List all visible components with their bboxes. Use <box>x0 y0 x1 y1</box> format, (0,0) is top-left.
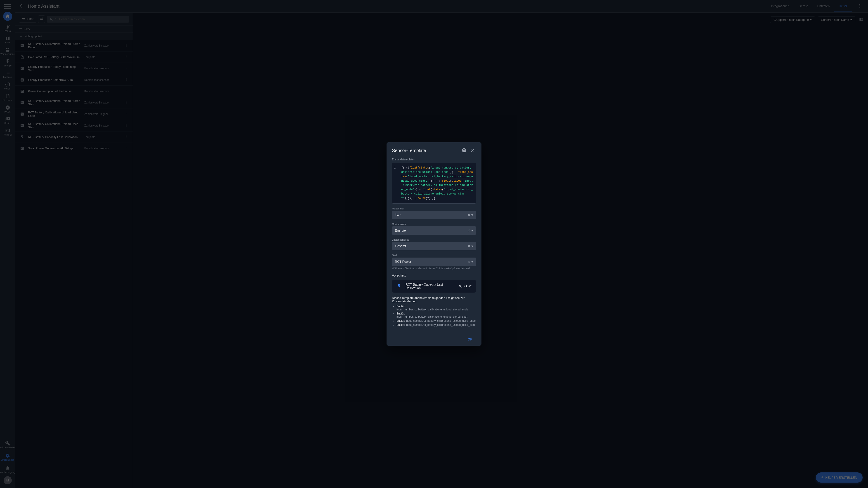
geraeteklasse-label: Geräteklasse <box>392 223 476 225</box>
geraeteklasse-clear-button[interactable]: ✕ <box>467 228 470 233</box>
modal-overlay: Sensor-Template Zustandstemplate* 1 {{ (… <box>0 0 868 488</box>
preview-entity-name: RCT Battery Capacity Last Calibration <box>405 283 456 290</box>
geraet-hint: Wähle ein Gerät aus, das mit dieser Enti… <box>392 267 476 270</box>
geraet-field: Gerät RCT Power ✕ ▾ Wähle ein Gerät aus,… <box>392 254 476 270</box>
help-button[interactable] <box>461 147 467 154</box>
zustandsklasse-field: Zustandsklasse Gesamt ✕ ▾ <box>392 238 476 250</box>
geraeteklasse-select[interactable]: Energie ✕ ▾ <box>392 226 476 235</box>
event-value-1: input_number.rct_battery_calibratione_un… <box>397 315 467 318</box>
line-numbers: 1 <box>392 163 397 173</box>
event-label-2: Entität <box>397 319 404 322</box>
event-item: Entität: input_number.rct_battery_calibr… <box>397 312 476 318</box>
geraeteklasse-actions: ✕ ▾ <box>467 228 473 233</box>
masseinheit-value: kWh <box>395 213 467 217</box>
modal-footer: OK <box>386 333 482 346</box>
preview-section: Vorschau: RCT Battery Capacity Last Cali… <box>392 273 476 293</box>
geraet-arrow-icon[interactable]: ▾ <box>471 260 473 264</box>
zustandstemplate-label: Zustandstemplate* <box>392 158 476 161</box>
zustandsklasse-select[interactable]: Gesamt ✕ ▾ <box>392 242 476 250</box>
masseinheit-arrow-icon[interactable]: ▾ <box>471 213 473 217</box>
zustandsklasse-clear-button[interactable]: ✕ <box>467 244 470 248</box>
events-list: Entität: input_number.rct_battery_calibr… <box>392 305 476 326</box>
masseinheit-label: Maßeinheit <box>392 207 476 210</box>
preview-label: Vorschau: <box>392 273 476 277</box>
code-content: {{ ((float(states('input_number.rct_batt… <box>395 166 473 201</box>
masseinheit-actions: ✕ ▾ <box>467 213 473 217</box>
event-label-1: Entität <box>397 312 404 315</box>
line-number-1: 1 <box>394 166 396 170</box>
event-item: Entität: input_number.rct_battery_calibr… <box>397 305 476 311</box>
code-editor[interactable]: 1 {{ ((float(states('input_number.rct_ba… <box>392 163 476 203</box>
geraet-label: Gerät <box>392 254 476 257</box>
geraeteklasse-arrow-icon[interactable]: ▾ <box>471 228 473 233</box>
event-item: Entität: input_number.rct_battery_calibr… <box>397 323 476 326</box>
geraet-clear-button[interactable]: ✕ <box>467 260 470 264</box>
ok-button[interactable]: OK <box>464 336 476 343</box>
event-value-0: input_number.rct_battery_calibratione_un… <box>397 308 468 311</box>
close-button[interactable] <box>469 147 476 154</box>
geraet-select[interactable]: RCT Power ✕ ▾ <box>392 258 476 266</box>
geraet-value: RCT Power <box>395 260 467 263</box>
events-section: Dieses Template abonniert die folgenden … <box>392 296 476 326</box>
masseinheit-clear-button[interactable]: ✕ <box>467 213 470 217</box>
zustandsklasse-label: Zustandsklasse <box>392 238 476 241</box>
event-label-3: Entität <box>397 323 404 326</box>
preview-value: 9,57 kWh <box>459 285 472 288</box>
masseinheit-select[interactable]: kWh ✕ ▾ <box>392 211 476 219</box>
event-value-3: input_number.rct_battery_calibratione_un… <box>406 323 475 326</box>
masseinheit-field: Maßeinheit kWh ✕ ▾ <box>392 207 476 219</box>
modal-header-icons <box>461 147 476 154</box>
zustandsklasse-actions: ✕ ▾ <box>467 244 473 248</box>
event-item: Entität: input_number.rct_battery_calibr… <box>397 319 476 322</box>
modal-title: Sensor-Template <box>392 148 426 153</box>
geraeteklasse-field: Geräteklasse Energie ✕ ▾ <box>392 223 476 235</box>
preview-card: RCT Battery Capacity Last Calibration 9,… <box>392 280 476 293</box>
zustandsklasse-value: Gesamt <box>395 244 467 248</box>
geraet-actions: ✕ ▾ <box>467 260 473 264</box>
event-value-2: input_number.rct_battery_calibratione_un… <box>406 319 476 322</box>
event-label-0: Entität <box>397 305 404 308</box>
modal-body: Zustandstemplate* 1 {{ ((float(states('i… <box>386 157 482 333</box>
modal-header: Sensor-Template <box>386 142 482 157</box>
events-heading: Dieses Template abonniert die folgenden … <box>392 296 476 303</box>
preview-bolt-icon <box>396 283 403 290</box>
zustandsklasse-arrow-icon[interactable]: ▾ <box>471 244 473 248</box>
geraeteklasse-value: Energie <box>395 229 467 232</box>
sensor-template-modal: Sensor-Template Zustandstemplate* 1 {{ (… <box>386 142 482 346</box>
